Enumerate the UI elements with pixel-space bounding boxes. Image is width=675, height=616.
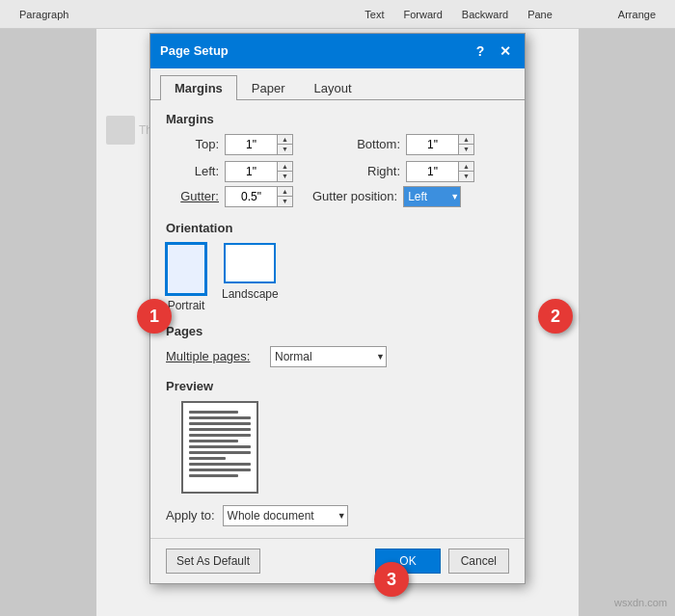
page-setup-dialog: Page Setup ? ✕ Margins Paper Layout Marg… (149, 33, 526, 584)
top-input[interactable] (225, 134, 278, 155)
apply-to-row: Apply to: Whole document This point forw… (166, 505, 509, 526)
preview-line-4 (189, 428, 251, 431)
preview-line-9 (189, 457, 226, 460)
portrait-option[interactable]: Portrait (166, 243, 206, 312)
right-field-row: Right: ▲ ▼ (347, 161, 509, 182)
dialog-titlebar: Page Setup ? ✕ (150, 34, 525, 68)
top-spinner-btns: ▲ ▼ (278, 134, 293, 155)
orientation-section: Orientation Portrait Landscape (166, 221, 509, 312)
left-spinner: ▲ ▼ (225, 161, 293, 182)
preview-line-5 (189, 434, 251, 437)
left-label: Left: (166, 164, 219, 178)
orientation-title: Orientation (166, 221, 509, 235)
titlebar-controls: ? ✕ (471, 41, 515, 61)
bottom-spinner-btns: ▲ ▼ (459, 134, 474, 155)
multiple-pages-select[interactable]: Normal Mirror margins 2 pages per sheet … (270, 346, 387, 367)
pages-section: Pages Multiple pages: Normal Mirror marg… (166, 324, 509, 367)
right-label: Right: (347, 164, 400, 178)
preview-line-8 (189, 451, 251, 454)
dialog-footer: Set As Default OK Cancel (150, 538, 525, 583)
orientation-options: Portrait Landscape (166, 243, 509, 312)
annotation-label-3: 3 (387, 570, 396, 590)
portrait-label: Portrait (168, 299, 205, 312)
preview-line-11 (189, 469, 251, 471)
annotation-label-1: 1 (149, 307, 159, 327)
dialog-body: Margins Top: ▲ ▼ (150, 100, 525, 538)
left-spin-down[interactable]: ▼ (278, 171, 292, 181)
right-spin-down[interactable]: ▼ (459, 171, 473, 181)
gutter-spin-up[interactable]: ▲ (278, 187, 292, 197)
landscape-option[interactable]: Landscape (222, 243, 279, 301)
landscape-icon (224, 243, 276, 283)
gutter-pos-select-wrapper: Left Top ▼ (403, 186, 461, 207)
bottom-input[interactable] (406, 134, 459, 155)
close-button[interactable]: ✕ (496, 41, 515, 61)
preview-line-7 (189, 445, 251, 448)
cancel-button[interactable]: Cancel (448, 549, 509, 574)
preview-line-3 (189, 422, 251, 425)
gutter-input[interactable] (225, 186, 278, 207)
bottom-spin-down[interactable]: ▼ (459, 144, 473, 154)
left-input[interactable] (225, 161, 278, 182)
top-label: Top: (166, 137, 219, 151)
gutter-field-row: Gutter: ▲ ▼ (166, 186, 293, 207)
preview-line-10 (189, 463, 251, 466)
bottom-label: Bottom: (347, 137, 400, 151)
multiple-pages-select-wrapper: Normal Mirror margins 2 pages per sheet … (270, 346, 387, 367)
dialog-tabs: Margins Paper Layout (150, 68, 525, 100)
right-spin-up[interactable]: ▲ (459, 162, 473, 172)
right-input[interactable] (406, 161, 459, 182)
tab-layout[interactable]: Layout (300, 75, 366, 100)
preview-title: Preview (166, 379, 509, 393)
right-spinner-btns: ▲ ▼ (459, 161, 474, 182)
left-spinner-btns: ▲ ▼ (278, 161, 293, 182)
annotation-circle-2: 2 (538, 299, 573, 334)
preview-lines (183, 403, 256, 485)
gutter-pos-select[interactable]: Left Top (403, 186, 461, 207)
left-spin-up[interactable]: ▲ (278, 162, 292, 172)
bottom-field-row: Bottom: ▲ ▼ (347, 134, 509, 155)
gutter-pos-row: Gutter position: Left Top ▼ (312, 186, 461, 207)
preview-line-6 (189, 440, 238, 442)
preview-line-2 (189, 416, 251, 419)
apply-to-label: Apply to: (166, 508, 215, 522)
landscape-label: Landscape (222, 287, 279, 301)
tab-paper[interactable]: Paper (237, 75, 300, 100)
gutter-pos-label: Gutter position: (312, 189, 397, 203)
gutter-label: Gutter: (166, 189, 219, 203)
apply-to-select[interactable]: Whole document This point forward (223, 505, 348, 526)
pages-title: Pages (166, 324, 509, 338)
tab-margins[interactable]: Margins (160, 75, 237, 100)
gutter-spin-down[interactable]: ▼ (278, 196, 292, 206)
top-spin-up[interactable]: ▲ (278, 135, 292, 145)
set-default-button[interactable]: Set As Default (166, 549, 260, 574)
portrait-icon (166, 243, 206, 295)
multiple-pages-label: Multiple pages: (166, 349, 262, 363)
right-spinner: ▲ ▼ (406, 161, 474, 182)
left-field-row: Left: ▲ ▼ (166, 161, 328, 182)
apply-to-select-wrapper: Whole document This point forward ▼ (223, 505, 348, 526)
top-spinner: ▲ ▼ (225, 134, 293, 155)
annotation-circle-1: 1 (137, 299, 172, 334)
preview-line-1 (189, 411, 238, 414)
gutter-spinner: ▲ ▼ (225, 186, 293, 207)
top-field-row: Top: ▲ ▼ (166, 134, 328, 155)
annotation-label-2: 2 (551, 307, 560, 327)
margins-grid: Top: ▲ ▼ Bottom: (166, 134, 509, 182)
dialog-title: Page Setup (160, 43, 229, 58)
annotation-circle-3: 3 (374, 562, 409, 597)
bottom-spinner: ▲ ▼ (406, 134, 474, 155)
preview-line-12 (189, 474, 238, 477)
margins-section-title: Margins (166, 112, 509, 126)
preview-section: Preview (166, 379, 509, 494)
dialog-overlay: Page Setup ? ✕ Margins Paper Layout Marg… (0, 0, 675, 616)
top-spin-down[interactable]: ▼ (278, 144, 292, 154)
bottom-spin-up[interactable]: ▲ (459, 135, 473, 145)
help-button[interactable]: ? (471, 41, 490, 61)
pages-row: Multiple pages: Normal Mirror margins 2 … (166, 346, 509, 367)
gutter-row: Gutter: ▲ ▼ Gutter position: (166, 186, 509, 207)
gutter-spinner-btns: ▲ ▼ (278, 186, 293, 207)
preview-box (181, 401, 258, 494)
